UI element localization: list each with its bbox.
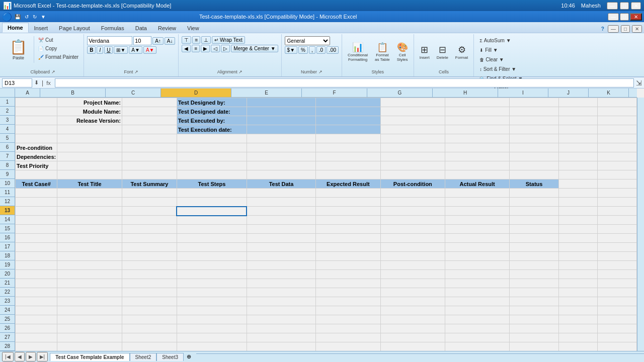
cell-i18[interactable] <box>510 252 559 261</box>
cell-e5[interactable] <box>247 134 315 143</box>
cell-d9[interactable] <box>177 170 247 179</box>
cell-h14[interactable] <box>445 216 510 225</box>
cell-c6[interactable] <box>122 143 177 152</box>
cell-e23[interactable] <box>247 297 315 306</box>
cell-d26[interactable] <box>177 324 247 333</box>
cell-d20[interactable] <box>177 270 247 279</box>
minimize-button[interactable]: — <box>607 2 618 10</box>
delete-cells-button[interactable]: ⊟ Delete <box>434 43 451 61</box>
cell-c1[interactable] <box>122 98 177 107</box>
cell-i5[interactable] <box>510 134 559 143</box>
cell-e11[interactable] <box>247 189 315 198</box>
col-header-k[interactable]: K <box>589 88 629 97</box>
cell-k23[interactable] <box>598 297 637 306</box>
cell-j17[interactable] <box>559 243 598 252</box>
row-header-8[interactable]: 8 <box>0 161 15 170</box>
cell-d10[interactable]: Test Steps <box>177 179 247 189</box>
cell-i24[interactable] <box>510 306 559 315</box>
row-header-11[interactable]: 11 <box>0 188 15 197</box>
cell-f7[interactable] <box>316 152 381 161</box>
cell-i8[interactable] <box>510 161 559 170</box>
cell-g3[interactable] <box>380 116 445 125</box>
ribbon-close-button[interactable]: ✕ <box>630 13 642 21</box>
tab-formulas[interactable]: Formulas <box>96 23 130 33</box>
cell-b12[interactable] <box>57 198 122 207</box>
cell-h21[interactable] <box>445 279 510 288</box>
cell-f28[interactable] <box>316 342 381 351</box>
cell-f23[interactable] <box>316 297 381 306</box>
cell-f24[interactable] <box>316 306 381 315</box>
cell-c12[interactable] <box>122 198 177 207</box>
cell-a2[interactable] <box>16 107 57 116</box>
cell-c15[interactable] <box>122 225 177 234</box>
cell-c27[interactable] <box>122 333 177 342</box>
cell-f5[interactable] <box>316 134 381 143</box>
comma-button[interactable]: , <box>309 46 315 54</box>
cell-i3[interactable] <box>510 116 559 125</box>
cell-c11[interactable] <box>122 189 177 198</box>
row-header-1[interactable]: 1 <box>0 98 15 107</box>
tab-view[interactable]: View <box>182 23 205 33</box>
cell-c21[interactable] <box>122 279 177 288</box>
cell-j4[interactable] <box>559 125 598 134</box>
cell-k21[interactable] <box>598 279 637 288</box>
cell-j27[interactable] <box>559 333 598 342</box>
cell-g12[interactable] <box>380 198 445 207</box>
cell-c25[interactable] <box>122 315 177 324</box>
cell-d3[interactable]: Test Executed by: <box>177 116 247 125</box>
cell-h20[interactable] <box>445 270 510 279</box>
cell-g10[interactable]: Post-condition <box>380 179 445 189</box>
cell-a9[interactable] <box>16 170 57 179</box>
cell-a19[interactable] <box>16 261 57 270</box>
cell-j16[interactable] <box>559 234 598 243</box>
cell-c7[interactable] <box>122 152 177 161</box>
cell-e26[interactable] <box>247 324 315 333</box>
cell-h4[interactable] <box>445 125 510 134</box>
cell-i11[interactable] <box>510 189 559 198</box>
cell-d19[interactable] <box>177 261 247 270</box>
col-header-i[interactable]: I <box>498 88 548 97</box>
increase-font-button[interactable]: A↑ <box>152 37 164 45</box>
ribbon-minimize-btn2[interactable]: — <box>608 25 619 33</box>
format-cells-button[interactable]: ⚙ Format <box>453 43 470 61</box>
cell-h23[interactable] <box>445 297 510 306</box>
cell-g20[interactable] <box>380 270 445 279</box>
cell-f2[interactable] <box>316 107 381 116</box>
cell-h5[interactable] <box>445 134 510 143</box>
cell-f16[interactable] <box>316 234 381 243</box>
row-header-17[interactable]: 17 <box>0 242 15 251</box>
row-header-19[interactable]: 19 <box>0 260 15 269</box>
cell-k2[interactable] <box>598 107 637 116</box>
cell-h6[interactable] <box>445 143 510 152</box>
row-header-12[interactable]: 12 <box>0 197 15 206</box>
cell-b28[interactable] <box>57 342 122 351</box>
cell-f26[interactable] <box>316 324 381 333</box>
cell-a23[interactable] <box>16 297 57 306</box>
horizontal-scrollbar[interactable] <box>196 353 644 360</box>
row-header-25[interactable]: 25 <box>0 315 15 324</box>
cell-a15[interactable] <box>16 225 57 234</box>
cell-a22[interactable] <box>16 288 57 297</box>
cell-d11[interactable] <box>177 189 247 198</box>
cell-h11[interactable] <box>445 189 510 198</box>
cell-f25[interactable] <box>316 315 381 324</box>
cell-f14[interactable] <box>316 216 381 225</box>
cell-d28[interactable] <box>177 342 247 351</box>
ribbon-restore-btn2[interactable]: □ <box>621 25 630 33</box>
redo-quick-button[interactable]: ↻ <box>31 13 38 21</box>
cell-d27[interactable] <box>177 333 247 342</box>
grid-scroll[interactable]: Project Name: Test Designed by: <box>15 98 637 351</box>
cell-d1[interactable]: Test Designed by: <box>177 98 247 107</box>
cell-e27[interactable] <box>247 333 315 342</box>
cell-b19[interactable] <box>57 261 122 270</box>
col-header-b[interactable]: B <box>40 88 106 97</box>
cell-e17[interactable] <box>247 243 315 252</box>
cell-a1[interactable] <box>16 98 57 107</box>
formula-input[interactable] <box>55 78 634 87</box>
cell-e21[interactable] <box>247 279 315 288</box>
cell-g14[interactable] <box>380 216 445 225</box>
increase-decimal-button[interactable]: .00 <box>327 46 339 54</box>
cell-h3[interactable] <box>445 116 510 125</box>
cell-h17[interactable] <box>445 243 510 252</box>
cell-f9[interactable] <box>316 170 381 179</box>
